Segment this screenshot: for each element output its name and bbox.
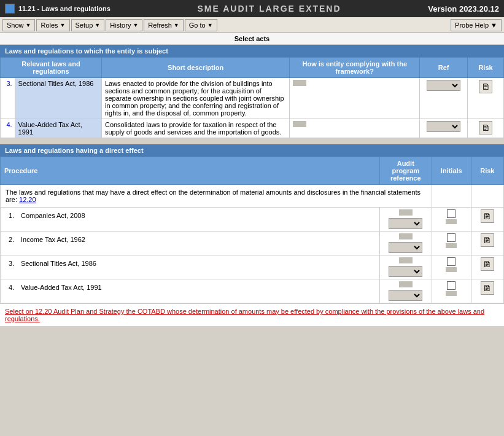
app-icon — [5, 4, 15, 14]
complying-gray-bar-4 — [293, 121, 306, 127]
law-name-4: Value-Added Tax Act, 1991 — [15, 119, 101, 138]
setup-button[interactable]: Setup ▼ — [71, 19, 105, 31]
procedure-row: 2. Income Tax Act, 1962 — [1, 232, 380, 255]
table-row: 3. Sectional Titles Act, 1986 — [1, 255, 504, 279]
checkbox-2[interactable] — [447, 233, 456, 242]
initials-cell-4 — [432, 279, 471, 303]
audit-ref-cell-4 — [379, 279, 432, 303]
audit-dropdown-3[interactable] — [389, 266, 422, 277]
audit-ref-cell-3 — [379, 255, 432, 279]
footer-link[interactable]: Select on 12.20 Audit Plan and Strategy … — [5, 308, 484, 322]
initials-cell-2 — [432, 232, 471, 255]
small-gray-4 — [446, 291, 457, 296]
description-4: Consolidated laws to provide for taxatio… — [101, 119, 289, 138]
show-button[interactable]: Show ▼ — [2, 19, 35, 31]
section-separator — [0, 138, 504, 144]
toolbar: Show ▼ Roles ▼ Setup ▼ History ▼ Refresh… — [0, 17, 504, 33]
audit-ref-link[interactable]: 12.20 — [19, 196, 36, 203]
history-button[interactable]: History ▼ — [106, 19, 142, 31]
ref-4 — [420, 119, 468, 138]
row-num-3b: 3. — [9, 260, 14, 267]
row-num-2: 2. — [9, 236, 14, 243]
risk-cell-s2-1: 🖹 — [471, 208, 503, 232]
table-row: 4. Value-Added Tax Act, 1991 Consolidate… — [1, 119, 504, 138]
col-description: Short description — [101, 58, 289, 78]
row-num-1: 1. — [9, 212, 14, 219]
risk-doc-s2-4[interactable]: 🖹 — [481, 281, 494, 295]
probe-help-arrow-icon: ▼ — [490, 21, 497, 29]
procedure-row: 1. Companies Act, 2008 — [1, 208, 380, 232]
row-num: 3. — [1, 78, 15, 119]
law-s2-2: Income Tax Act, 1962 — [21, 236, 85, 243]
risk-doc-s2-3[interactable]: 🖹 — [481, 257, 494, 271]
risk-doc-icon-4[interactable]: 🖹 — [479, 121, 492, 134]
goto-button[interactable]: Go to ▼ — [185, 19, 217, 31]
audit-ref-cell-1 — [379, 208, 432, 232]
law-s2-1: Companies Act, 2008 — [21, 212, 85, 219]
risk-doc-icon-3[interactable]: 🖹 — [479, 80, 492, 93]
risk-cell-s2-2: 🖹 — [471, 232, 503, 255]
setup-arrow-icon: ▼ — [95, 22, 100, 28]
roles-button[interactable]: Roles ▼ — [36, 19, 69, 31]
section2-header-table: Procedure Auditprogramreference Initials… — [0, 157, 504, 303]
checkbox-1[interactable] — [447, 209, 456, 218]
col-audit-ref: Auditprogramreference — [379, 157, 432, 185]
select-acts-bar: Select acts — [0, 33, 504, 45]
goto-arrow-icon: ▼ — [207, 22, 213, 28]
main-content: Laws and regulations to which the entity… — [0, 45, 504, 326]
small-gray-3 — [446, 267, 457, 272]
gray-bar-1 — [399, 209, 413, 216]
table-row: 2. Income Tax Act, 1962 — [1, 232, 504, 255]
col-procedure: Procedure — [1, 157, 380, 185]
info-risk — [471, 185, 503, 208]
version-label: Version 2023.20.12 — [428, 4, 499, 14]
col-risk: Risk — [468, 58, 504, 78]
footer: Select on 12.20 Audit Plan and Strategy … — [0, 303, 504, 326]
history-arrow-icon: ▼ — [133, 22, 138, 28]
gray-bar-4 — [399, 281, 413, 287]
section1-table: Relevant laws andregulations Short descr… — [0, 57, 504, 138]
window-title: 11.21 - Laws and regulations — [18, 5, 110, 12]
complying-3 — [290, 78, 420, 119]
risk-3: 🖹 — [468, 78, 504, 119]
checkbox-4[interactable] — [447, 281, 456, 290]
risk-cell-s2-4: 🖹 — [471, 279, 503, 303]
initials-cell-1 — [432, 208, 471, 232]
small-gray-2 — [446, 243, 457, 248]
audit-dropdown-1[interactable] — [389, 218, 422, 229]
risk-doc-s2-2[interactable]: 🖹 — [481, 233, 494, 247]
refresh-button[interactable]: Refresh ▼ — [144, 19, 183, 31]
procedure-row: 4. Value-Added Tax Act, 1991 — [1, 279, 380, 303]
small-gray-1 — [446, 219, 457, 224]
procedure-row: 3. Sectional Titles Act, 1986 — [1, 255, 380, 279]
initials-cell-3 — [432, 255, 471, 279]
probe-help-button[interactable]: Probe Help ▼ — [451, 19, 502, 31]
show-arrow-icon: ▼ — [26, 22, 31, 28]
info-text: The laws and regulations that may have a… — [1, 185, 432, 208]
table-row: 3. Sectional Titles Act, 1986 Laws enact… — [1, 78, 504, 119]
ref-dropdown-3[interactable] — [427, 80, 460, 91]
checkbox-3[interactable] — [447, 257, 456, 266]
table-row: 1. Companies Act, 2008 — [1, 208, 504, 232]
risk-4: 🖹 — [468, 119, 504, 138]
ref-3 — [420, 78, 468, 119]
audit-ref-cell-2 — [379, 232, 432, 255]
info-initials — [432, 185, 471, 208]
audit-dropdown-2[interactable] — [389, 242, 422, 253]
refresh-arrow-icon: ▼ — [174, 22, 179, 28]
row-num-4b: 4. — [9, 284, 14, 291]
info-row: The laws and regulations that may have a… — [1, 185, 504, 208]
ref-dropdown-4[interactable] — [427, 121, 460, 132]
law-name-3: Sectional Titles Act, 1986 — [15, 78, 101, 119]
section1-header: Laws and regulations to which the entity… — [0, 45, 504, 57]
audit-dropdown-4[interactable] — [389, 290, 422, 301]
description-3: Laws enacted to provide for the division… — [101, 78, 289, 119]
table-row: 4. Value-Added Tax Act, 1991 — [1, 279, 504, 303]
edition-labels: SME AUDIT LARGE EXTEND — [198, 4, 341, 14]
risk-cell-s2-3: 🖹 — [471, 255, 503, 279]
gray-bar-2 — [399, 233, 413, 239]
row-num: 4. — [1, 119, 15, 138]
roles-arrow-icon: ▼ — [60, 22, 66, 28]
risk-doc-s2-1[interactable]: 🖹 — [481, 209, 494, 223]
col-complying: How is entity complying with theframewor… — [290, 58, 420, 78]
